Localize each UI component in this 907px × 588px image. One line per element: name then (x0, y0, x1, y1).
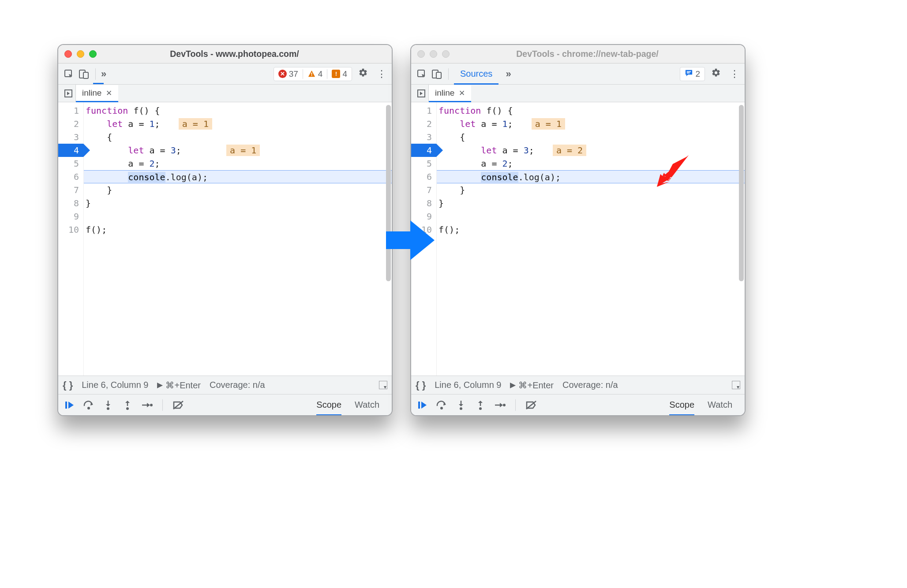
device-icon[interactable] (78, 68, 90, 80)
code-body[interactable]: function f() { let a = 1; a = 1 { let a … (437, 102, 745, 376)
titlebar: DevTools - www.photopea.com/ (58, 45, 392, 63)
step-into-icon[interactable] (454, 398, 468, 412)
settings-icon[interactable] (358, 68, 368, 80)
warning-icon (307, 70, 316, 78)
svg-rect-2 (83, 72, 88, 78)
svg-point-7 (87, 407, 90, 409)
debugger-toolbar: Scope Watch (411, 394, 745, 415)
inline-value: a = 1 (226, 145, 260, 156)
scrollbar[interactable] (739, 105, 744, 281)
console-badges[interactable]: ✕37 4 !4 (274, 67, 352, 81)
step-icon[interactable] (493, 398, 506, 412)
code-editor[interactable]: 12345678910 function f() { let a = 1; a … (411, 102, 745, 376)
step-into-icon[interactable] (101, 398, 115, 412)
menu-icon[interactable]: ⋮ (377, 68, 387, 80)
svg-rect-17 (436, 72, 441, 78)
resume-icon[interactable] (63, 398, 76, 412)
debugger-tabs: Scope Watch (316, 400, 387, 410)
tab-watch[interactable]: Watch (708, 400, 732, 410)
callout-arrow-icon (654, 154, 690, 187)
message-count: 2 (695, 69, 700, 79)
main-toolbar: Sources » 2 ⋮ (411, 63, 745, 85)
step-over-icon[interactable] (435, 398, 448, 412)
file-tabstrip: inline ✕ (58, 85, 392, 102)
close-icon[interactable] (417, 50, 425, 58)
zoom-icon[interactable] (89, 50, 97, 58)
navigator-icon[interactable] (414, 85, 429, 102)
file-tab-inline[interactable]: inline ✕ (76, 85, 118, 102)
svg-point-11 (126, 407, 129, 410)
debugger-tabs: Scope Watch (669, 400, 740, 410)
run-hint: ▶⌘+Enter (157, 380, 200, 391)
error-count: 37 (289, 69, 298, 79)
step-icon[interactable] (140, 398, 154, 412)
code-editor[interactable]: 12345678910 function f() { let a = 1; a … (58, 102, 392, 376)
tab-scope[interactable]: Scope (669, 400, 694, 416)
minimize-icon[interactable] (430, 50, 437, 58)
step-out-icon[interactable] (121, 398, 134, 412)
status-bar: { } Line 6, Column 9 ▶⌘+Enter Coverage: … (411, 376, 745, 394)
status-bar: { } Line 6, Column 9 ▶⌘+Enter Coverage: … (58, 376, 392, 394)
svg-rect-18 (687, 71, 691, 72)
line-gutter: 12345678910 (58, 102, 84, 376)
file-tab-label: inline (435, 88, 454, 98)
tab-sources[interactable]: Sources (454, 64, 498, 85)
separator (162, 399, 163, 411)
tab-scope[interactable]: Scope (316, 400, 341, 416)
cursor-position: Line 6, Column 9 (82, 380, 148, 390)
navigator-icon[interactable] (61, 85, 76, 102)
settings-icon[interactable] (711, 68, 721, 80)
file-tab-inline[interactable]: inline ✕ (429, 85, 471, 102)
svg-rect-4 (311, 75, 312, 76)
more-tabs-icon[interactable]: » (506, 68, 511, 80)
inline-value: a = 1 (179, 118, 212, 130)
execution-line-marker: 4 (411, 144, 436, 157)
debugger-toolbar: Scope Watch (58, 394, 392, 415)
breakpoints-icon[interactable] (525, 398, 538, 412)
close-tab-icon[interactable]: ✕ (106, 89, 112, 98)
svg-point-26 (479, 407, 482, 410)
drawer-icon[interactable] (732, 381, 740, 389)
coverage-status: Coverage: n/a (210, 380, 265, 390)
resume-icon[interactable] (416, 398, 429, 412)
close-icon[interactable] (64, 50, 72, 58)
traffic-lights (64, 50, 97, 58)
message-icon (685, 69, 693, 79)
svg-rect-6 (65, 402, 67, 409)
code-body[interactable]: function f() { let a = 1; a = 1 { let a … (84, 102, 392, 376)
svg-rect-21 (418, 402, 420, 409)
titlebar: DevTools - chrome://new-tab-page/ (411, 45, 745, 63)
svg-point-9 (107, 407, 109, 410)
close-tab-icon[interactable]: ✕ (459, 89, 465, 98)
breakpoints-icon[interactable] (172, 398, 185, 412)
device-icon[interactable] (431, 68, 443, 80)
svg-point-13 (150, 404, 153, 406)
error-icon: ✕ (278, 70, 287, 78)
pretty-print-icon[interactable]: { } (416, 380, 426, 391)
svg-rect-3 (311, 73, 312, 75)
issue-count: 4 (342, 69, 347, 79)
tab-watch[interactable]: Watch (355, 400, 379, 410)
drawer-icon[interactable] (379, 381, 387, 389)
step-out-icon[interactable] (474, 398, 487, 412)
inline-value: a = 1 (532, 118, 565, 130)
file-tabstrip: inline ✕ (411, 85, 745, 102)
minimize-icon[interactable] (77, 50, 84, 58)
execution-line-marker: 4 (58, 144, 83, 157)
window-title: DevTools - chrome://new-tab-page/ (454, 49, 738, 59)
inspect-icon[interactable] (416, 68, 428, 80)
coverage-status: Coverage: n/a (562, 380, 618, 390)
svg-point-24 (460, 407, 462, 410)
pretty-print-icon[interactable]: { } (63, 380, 73, 391)
zoom-icon[interactable] (442, 50, 450, 58)
inline-value: a = 2 (553, 145, 586, 156)
svg-point-22 (440, 407, 443, 409)
devtools-window-left: DevTools - www.photopea.com/ » ✕37 4 !4 … (57, 44, 393, 416)
file-tab-label: inline (82, 88, 101, 98)
svg-rect-19 (687, 72, 690, 73)
devtools-window-right: DevTools - chrome://new-tab-page/ Source… (410, 44, 746, 416)
inspect-icon[interactable] (63, 68, 75, 80)
step-over-icon[interactable] (82, 398, 95, 412)
menu-icon[interactable]: ⋮ (730, 68, 740, 80)
console-badges[interactable]: 2 (680, 67, 705, 81)
